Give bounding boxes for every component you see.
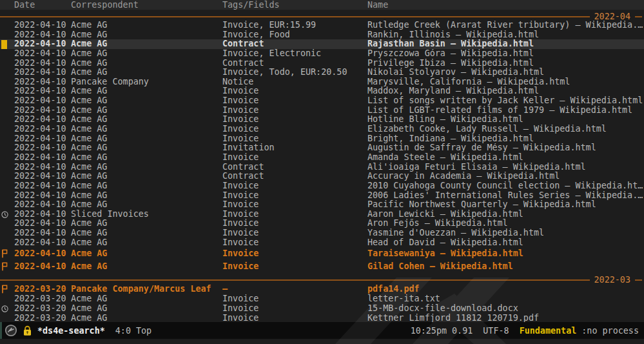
- table-row[interactable]: 2022-04-10 Acme AG Invoice 2010 Cuyahoga…: [0, 181, 644, 191]
- row-name: Head of David – Wikipedia.html: [367, 238, 644, 248]
- row-name: pdfa14.pdf: [367, 284, 644, 294]
- table-row[interactable]: 2022-04-10 Acme AG Invoice 2006 Ladies' …: [0, 191, 644, 201]
- row-name: Marysville, California – Wikipedia.html: [367, 77, 644, 87]
- echo-area: [0, 339, 644, 344]
- row-correspondent: Acme AG: [71, 49, 222, 59]
- process-status: :no process: [581, 326, 639, 336]
- table-row[interactable]: 2022-04-10 Acme AG Invitation Augustin d…: [0, 143, 644, 153]
- row-status-icon-cell: [0, 49, 14, 59]
- table-row[interactable]: 2022-03-20 Acme AG Invoice 15-MB-docx-fi…: [0, 304, 644, 314]
- table-row[interactable]: 2022-04-10 Acme AG Invoice Head of David…: [0, 238, 644, 248]
- row-correspondent: Acme AG: [71, 96, 222, 106]
- row-status-icon-cell: [0, 106, 14, 116]
- row-status-icon-cell: [0, 21, 14, 30]
- text-cursor: [1, 40, 7, 49]
- row-correspondent: Acme AG: [71, 191, 222, 201]
- row-name: Áron Fejős – Wikipedia.html: [367, 219, 644, 228]
- row-correspondent: Acme AG: [71, 200, 222, 210]
- table-row[interactable]: 2022-04-10 Acme AG Invoice Gilad Cohen –…: [0, 260, 644, 273]
- row-tags: Invoice: [222, 134, 367, 144]
- row-status-icon-cell: [0, 115, 14, 125]
- row-status-icon-cell: [0, 163, 14, 172]
- row-date: 2022-04-10: [14, 153, 71, 163]
- modeline-time: 10:25pm: [411, 326, 447, 336]
- row-date: 2022-04-10: [14, 30, 71, 40]
- row-status-icon-cell: [0, 96, 14, 106]
- row-correspondent: Pancake Company/Marcus Leaf: [71, 284, 222, 294]
- row-correspondent: Acme AG: [71, 247, 222, 260]
- table-row[interactable]: 2022-04-10 Acme AG Contract Privilege Ib…: [0, 59, 644, 68]
- row-status-icon-cell: [0, 228, 14, 238]
- row-name: Maddox, Maryland – Wikipedia.html: [367, 86, 644, 96]
- row-status-icon-cell: [0, 86, 14, 96]
- table-row[interactable]: 2022-04-10 Acme AG Invoice, Electronic P…: [0, 49, 644, 59]
- row-correspondent: Sliced Invoices: [71, 210, 222, 219]
- row-status-icon-cell: [0, 260, 14, 273]
- row-tags: Invoice: [222, 191, 367, 201]
- table-row[interactable]: 2022-04-10 Acme AG Invoice List of songs…: [0, 96, 644, 106]
- header-fringe: [0, 0, 14, 10]
- row-date: 2022-04-10: [14, 96, 71, 106]
- row-tags: Contract: [222, 172, 367, 181]
- table-row[interactable]: 2022-04-10 Acme AG Invoice Yasmine d'Oue…: [0, 228, 644, 238]
- month-separator-label: 2022-03: [590, 275, 635, 285]
- table-row[interactable]: 2022-04-10 Acme AG Contract Rajasthan Ba…: [0, 39, 644, 49]
- table-row[interactable]: 2022-04-10 Acme AG Contract Ali'ioaiga F…: [0, 163, 644, 172]
- table-row[interactable]: 2022-03-20 Acme AG Invoice letter-ita.tx…: [0, 294, 644, 304]
- table-row[interactable]: 2022-04-10 Acme AG Invoice Bright, India…: [0, 134, 644, 144]
- table-row[interactable]: 2022-04-10 Acme AG Invoice, Food Rankin,…: [0, 30, 644, 40]
- table-row[interactable]: 2022-04-10 Acme AG Invoice Amanda Steele…: [0, 153, 644, 163]
- row-name: Bright, Indiana – Wikipedia.html: [367, 134, 644, 144]
- row-correspondent: Acme AG: [71, 163, 222, 172]
- table-row[interactable]: 2022-04-10 Pancake Company Notice Marysv…: [0, 77, 644, 87]
- buffer-name[interactable]: *ds4e-search*: [37, 326, 105, 336]
- flag-icon: [1, 249, 8, 258]
- row-status-icon-cell: [0, 143, 14, 153]
- table-row[interactable]: 2022-04-10 Acme AG Contract Accuracy in …: [0, 172, 644, 181]
- row-date: 2022-04-10: [14, 68, 71, 77]
- row-tags: Invoice: [222, 304, 367, 314]
- major-mode[interactable]: Fundamental: [520, 326, 577, 336]
- clock-icon: [1, 211, 8, 218]
- row-tags: Invoice: [222, 200, 367, 210]
- row-correspondent: Acme AG: [71, 30, 222, 40]
- row-date: 2022-03-20: [14, 304, 71, 314]
- row-date: 2022-04-10: [14, 134, 71, 144]
- row-name: letter-ita.txt: [367, 294, 644, 304]
- row-correspondent: Acme AG: [71, 134, 222, 144]
- table-row[interactable]: 2022-04-10 Acme AG Invoice Pacific North…: [0, 200, 644, 210]
- row-status-icon-cell: [0, 77, 14, 87]
- ds4e-search-buffer: Date Correspondent Tags/Fields Name 2022…: [0, 0, 644, 344]
- clock-icon: [1, 305, 8, 312]
- row-tags: Invoice: [222, 228, 367, 238]
- row-date: 2022-04-10: [14, 115, 71, 125]
- modeline-load: 0.91: [452, 326, 473, 336]
- table-row[interactable]: 2022-04-10 Acme AG Invoice, EUR:15.99 Ru…: [0, 21, 644, 30]
- row-status-icon-cell: [0, 304, 14, 314]
- table-row[interactable]: 2022-04-10 Acme AG Invoice Taraisewaniya…: [0, 247, 644, 260]
- row-date: 2022-04-10: [14, 210, 71, 219]
- row-tags: Invoice: [222, 96, 367, 106]
- table-row[interactable]: 2022-04-10 Acme AG Invoice, Todo, EUR:20…: [0, 68, 644, 77]
- table-row[interactable]: 2022-04-10 Acme AG Invoice Maddox, Maryl…: [0, 86, 644, 96]
- table-row[interactable]: 2022-04-10 Acme AG Invoice Elizabeth Coo…: [0, 125, 644, 134]
- table-row[interactable]: 2022-04-10 Acme AG Invoice Áron Fejős – …: [0, 219, 644, 228]
- row-date: 2022-04-10: [14, 260, 71, 273]
- header-col-tags: Tags/Fields: [222, 0, 367, 10]
- row-name: Amanda Steele – Wikipedia.html: [367, 153, 644, 163]
- row-date: 2022-04-10: [14, 39, 71, 49]
- row-tags: Invoice: [222, 153, 367, 163]
- row-name: Gilad Cohen – Wikipedia.html: [367, 260, 644, 273]
- row-tags: Invoice, Food: [222, 30, 367, 40]
- table-row[interactable]: 2022-04-10 Acme AG Invoice Hotline Bling…: [0, 115, 644, 125]
- table-row[interactable]: 2022-04-10 Acme AG Invoice List of LGBT-…: [0, 106, 644, 116]
- table-row[interactable]: 2022-04-10 Sliced Invoices Invoice Aaron…: [0, 210, 644, 219]
- row-date: 2022-04-10: [14, 191, 71, 201]
- row-status-icon-cell: [0, 134, 14, 144]
- scroll-position: Top: [136, 326, 151, 336]
- row-name: List of songs written by Jack Keller – W…: [367, 96, 644, 106]
- row-correspondent: Acme AG: [71, 304, 222, 314]
- row-date: 2022-04-10: [14, 49, 71, 59]
- table-row[interactable]: 2022-03-20 Pancake Company/Marcus Leaf –…: [0, 284, 644, 294]
- row-status-icon-cell: [0, 68, 14, 77]
